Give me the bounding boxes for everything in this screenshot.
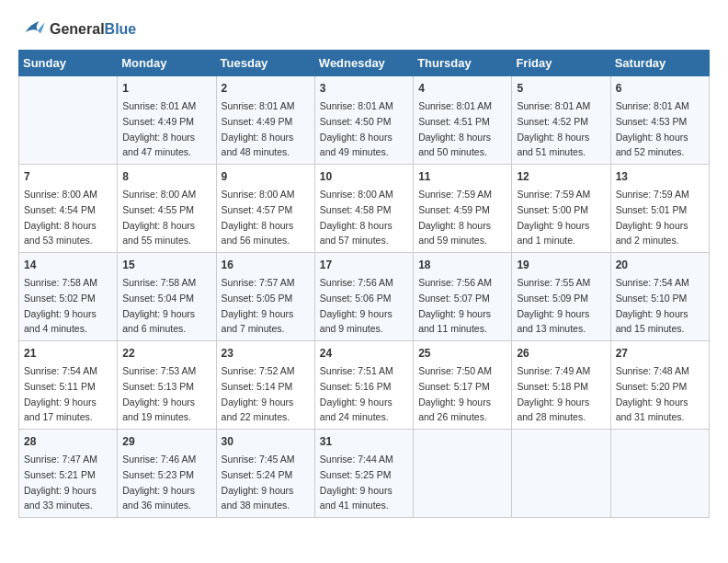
calendar-cell: 25Sunrise: 7:50 AMSunset: 5:17 PMDayligh… bbox=[414, 341, 512, 430]
calendar-cell: 15Sunrise: 7:58 AMSunset: 5:04 PMDayligh… bbox=[118, 253, 216, 341]
calendar-cell bbox=[512, 430, 610, 518]
calendar-cell: 20Sunrise: 7:54 AMSunset: 5:10 PMDayligh… bbox=[610, 253, 709, 341]
day-number: 23 bbox=[222, 345, 310, 362]
day-info: Sunrise: 8:01 AMSunset: 4:50 PMDaylight:… bbox=[320, 100, 393, 157]
weekday-header-saturday: Saturday bbox=[610, 51, 709, 76]
calendar-week-row: 14Sunrise: 7:58 AMSunset: 5:02 PMDayligh… bbox=[19, 253, 710, 341]
day-info: Sunrise: 7:52 AMSunset: 5:14 PMDaylight:… bbox=[222, 365, 295, 422]
day-number: 16 bbox=[222, 257, 310, 273]
calendar-cell: 21Sunrise: 7:54 AMSunset: 5:11 PMDayligh… bbox=[19, 341, 118, 430]
calendar-cell: 19Sunrise: 7:55 AMSunset: 5:09 PMDayligh… bbox=[512, 253, 610, 341]
day-number: 10 bbox=[320, 168, 408, 185]
day-number: 11 bbox=[418, 168, 506, 185]
day-info: Sunrise: 8:01 AMSunset: 4:49 PMDaylight:… bbox=[122, 100, 196, 157]
day-info: Sunrise: 7:59 AMSunset: 5:01 PMDaylight:… bbox=[616, 189, 689, 246]
calendar-cell bbox=[19, 76, 118, 165]
day-info: Sunrise: 7:51 AMSunset: 5:16 PMDaylight:… bbox=[320, 365, 393, 422]
calendar-cell: 11Sunrise: 7:59 AMSunset: 4:59 PMDayligh… bbox=[414, 165, 512, 253]
day-number: 21 bbox=[24, 345, 112, 362]
calendar-cell: 14Sunrise: 7:58 AMSunset: 5:02 PMDayligh… bbox=[19, 253, 118, 341]
day-info: Sunrise: 7:56 AMSunset: 5:06 PMDaylight:… bbox=[320, 277, 393, 334]
day-info: Sunrise: 7:55 AMSunset: 5:09 PMDaylight:… bbox=[517, 277, 590, 334]
day-number: 7 bbox=[24, 168, 112, 185]
day-info: Sunrise: 7:59 AMSunset: 4:59 PMDaylight:… bbox=[418, 189, 492, 246]
day-info: Sunrise: 7:46 AMSunset: 5:23 PMDaylight:… bbox=[122, 454, 196, 511]
day-number: 25 bbox=[418, 345, 506, 362]
day-info: Sunrise: 7:45 AMSunset: 5:24 PMDaylight:… bbox=[222, 454, 295, 511]
calendar-cell: 26Sunrise: 7:49 AMSunset: 5:18 PMDayligh… bbox=[512, 341, 610, 430]
logo-text: GeneralBlue bbox=[50, 21, 136, 38]
calendar-cell: 10Sunrise: 8:00 AMSunset: 4:58 PMDayligh… bbox=[314, 165, 413, 253]
calendar-cell: 1Sunrise: 8:01 AMSunset: 4:49 PMDaylight… bbox=[118, 76, 216, 165]
calendar-cell: 12Sunrise: 7:59 AMSunset: 5:00 PMDayligh… bbox=[512, 165, 610, 253]
calendar-cell: 9Sunrise: 8:00 AMSunset: 4:57 PMDaylight… bbox=[216, 165, 314, 253]
calendar-cell: 30Sunrise: 7:45 AMSunset: 5:24 PMDayligh… bbox=[216, 430, 314, 518]
day-number: 13 bbox=[616, 168, 704, 185]
day-info: Sunrise: 7:54 AMSunset: 5:10 PMDaylight:… bbox=[616, 277, 689, 334]
day-info: Sunrise: 7:54 AMSunset: 5:11 PMDaylight:… bbox=[24, 365, 97, 422]
day-number: 14 bbox=[24, 257, 112, 273]
day-number: 4 bbox=[418, 80, 506, 97]
day-number: 15 bbox=[122, 257, 210, 273]
weekday-header-row: SundayMondayTuesdayWednesdayThursdayFrid… bbox=[19, 51, 710, 76]
day-number: 17 bbox=[320, 257, 408, 273]
calendar-cell: 22Sunrise: 7:53 AMSunset: 5:13 PMDayligh… bbox=[118, 341, 216, 430]
logo-bird-icon bbox=[18, 18, 46, 40]
day-info: Sunrise: 7:49 AMSunset: 5:18 PMDaylight:… bbox=[517, 365, 590, 422]
day-info: Sunrise: 7:53 AMSunset: 5:13 PMDaylight:… bbox=[122, 365, 196, 422]
day-number: 27 bbox=[616, 345, 704, 362]
day-info: Sunrise: 7:50 AMSunset: 5:17 PMDaylight:… bbox=[418, 365, 492, 422]
day-number: 2 bbox=[222, 80, 310, 97]
calendar-cell: 5Sunrise: 8:01 AMSunset: 4:52 PMDaylight… bbox=[512, 76, 610, 165]
day-info: Sunrise: 7:58 AMSunset: 5:04 PMDaylight:… bbox=[122, 277, 196, 334]
day-number: 31 bbox=[320, 433, 408, 450]
day-number: 22 bbox=[122, 345, 210, 362]
day-info: Sunrise: 7:44 AMSunset: 5:25 PMDaylight:… bbox=[320, 454, 393, 511]
day-number: 30 bbox=[222, 433, 310, 450]
calendar-cell: 29Sunrise: 7:46 AMSunset: 5:23 PMDayligh… bbox=[118, 430, 216, 518]
calendar-week-row: 28Sunrise: 7:47 AMSunset: 5:21 PMDayligh… bbox=[19, 430, 710, 518]
day-number: 12 bbox=[517, 168, 605, 185]
calendar-header: SundayMondayTuesdayWednesdayThursdayFrid… bbox=[19, 51, 710, 76]
calendar-week-row: 7Sunrise: 8:00 AMSunset: 4:54 PMDaylight… bbox=[19, 165, 710, 253]
calendar-cell: 27Sunrise: 7:48 AMSunset: 5:20 PMDayligh… bbox=[610, 341, 709, 430]
day-info: Sunrise: 8:00 AMSunset: 4:58 PMDaylight:… bbox=[320, 189, 393, 246]
calendar-cell: 16Sunrise: 7:57 AMSunset: 5:05 PMDayligh… bbox=[216, 253, 314, 341]
day-info: Sunrise: 8:00 AMSunset: 4:54 PMDaylight:… bbox=[24, 189, 97, 246]
day-number: 1 bbox=[122, 80, 210, 97]
day-info: Sunrise: 7:57 AMSunset: 5:05 PMDaylight:… bbox=[222, 277, 295, 334]
weekday-header-monday: Monday bbox=[118, 51, 216, 76]
day-number: 18 bbox=[418, 257, 506, 273]
day-info: Sunrise: 8:00 AMSunset: 4:55 PMDaylight:… bbox=[122, 189, 196, 246]
calendar-cell: 23Sunrise: 7:52 AMSunset: 5:14 PMDayligh… bbox=[216, 341, 314, 430]
weekday-header-wednesday: Wednesday bbox=[314, 51, 413, 76]
day-number: 28 bbox=[24, 433, 112, 450]
day-info: Sunrise: 8:01 AMSunset: 4:52 PMDaylight:… bbox=[517, 100, 590, 157]
calendar-cell: 18Sunrise: 7:56 AMSunset: 5:07 PMDayligh… bbox=[414, 253, 512, 341]
day-number: 20 bbox=[616, 257, 704, 273]
day-info: Sunrise: 7:48 AMSunset: 5:20 PMDaylight:… bbox=[616, 365, 689, 422]
calendar-cell: 28Sunrise: 7:47 AMSunset: 5:21 PMDayligh… bbox=[19, 430, 118, 518]
day-info: Sunrise: 8:01 AMSunset: 4:49 PMDaylight:… bbox=[222, 100, 295, 157]
day-number: 6 bbox=[616, 80, 704, 97]
weekday-header-sunday: Sunday bbox=[19, 51, 118, 76]
calendar-cell: 8Sunrise: 8:00 AMSunset: 4:55 PMDaylight… bbox=[118, 165, 216, 253]
day-info: Sunrise: 7:59 AMSunset: 5:00 PMDaylight:… bbox=[517, 189, 590, 246]
calendar-cell: 6Sunrise: 8:01 AMSunset: 4:53 PMDaylight… bbox=[610, 76, 709, 165]
day-number: 8 bbox=[122, 168, 210, 185]
day-info: Sunrise: 8:01 AMSunset: 4:51 PMDaylight:… bbox=[418, 100, 492, 157]
day-info: Sunrise: 7:47 AMSunset: 5:21 PMDaylight:… bbox=[24, 454, 97, 511]
calendar-body: 1Sunrise: 8:01 AMSunset: 4:49 PMDaylight… bbox=[19, 76, 710, 518]
calendar-cell: 17Sunrise: 7:56 AMSunset: 5:06 PMDayligh… bbox=[314, 253, 413, 341]
weekday-header-friday: Friday bbox=[512, 51, 610, 76]
calendar-cell: 2Sunrise: 8:01 AMSunset: 4:49 PMDaylight… bbox=[216, 76, 314, 165]
calendar-cell: 24Sunrise: 7:51 AMSunset: 5:16 PMDayligh… bbox=[314, 341, 413, 430]
day-number: 26 bbox=[517, 345, 605, 362]
calendar-cell bbox=[610, 430, 709, 518]
calendar-week-row: 21Sunrise: 7:54 AMSunset: 5:11 PMDayligh… bbox=[19, 341, 710, 430]
page-header: GeneralBlue bbox=[18, 18, 710, 40]
day-info: Sunrise: 7:56 AMSunset: 5:07 PMDaylight:… bbox=[418, 277, 492, 334]
calendar-cell bbox=[414, 430, 512, 518]
day-number: 9 bbox=[222, 168, 310, 185]
calendar-cell: 31Sunrise: 7:44 AMSunset: 5:25 PMDayligh… bbox=[314, 430, 413, 518]
